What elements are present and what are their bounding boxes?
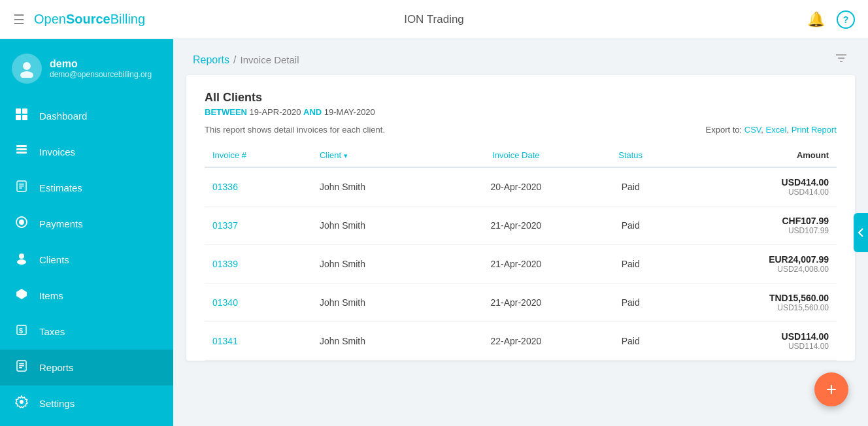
svg-point-1	[20, 71, 33, 78]
svg-rect-12	[19, 188, 22, 189]
sidebar-item-clients[interactable]: Clients	[0, 242, 173, 278]
sidebar-item-settings-label: Settings	[39, 398, 75, 409]
invoice-number[interactable]: 01340	[205, 284, 312, 322]
invoice-date: 21-Apr-2020	[444, 284, 588, 322]
svg-rect-8	[16, 152, 27, 154]
and-label: AND	[303, 107, 322, 117]
invoice-date: 20-Apr-2020	[444, 167, 588, 206]
content-area: Reports / Invoice Detail All Clients BET…	[173, 39, 868, 426]
sidebar-item-invoices[interactable]: Invoices	[0, 134, 173, 170]
breadcrumb-current: Invoice Detail	[240, 54, 299, 65]
sidebar-item-taxes[interactable]: $ Taxes	[0, 314, 173, 350]
table-row: 01340 John Smith 21-Apr-2020 Paid TND15,…	[205, 284, 837, 322]
avatar	[12, 54, 42, 84]
app-logo: OpenSourceBilling	[34, 12, 145, 27]
svg-point-16	[17, 259, 26, 265]
svg-point-25	[20, 400, 24, 404]
report-card: All Clients BETWEEN 19-APR-2020 AND 19-M…	[186, 75, 855, 361]
main-layout: demo demo@opensourcebilling.org Dashboar…	[0, 39, 868, 426]
sidebar-item-invoices-label: Invoices	[39, 146, 75, 157]
client-name: John Smith	[312, 206, 444, 245]
payments-icon	[14, 216, 29, 232]
sidebar-item-clients-label: Clients	[39, 254, 69, 265]
svg-rect-23	[19, 367, 22, 369]
client-name: John Smith	[312, 245, 444, 284]
col-header-invoice[interactable]: Invoice #	[205, 144, 312, 167]
invoice-amount: USD414.00 USD414.00	[673, 167, 837, 206]
fab-button[interactable]: +	[814, 372, 848, 406]
svg-rect-7	[16, 148, 27, 150]
sidebar: demo demo@opensourcebilling.org Dashboar…	[0, 39, 173, 426]
client-name: John Smith	[312, 322, 444, 361]
invoice-amount: TND15,560.00 USD15,560.00	[673, 284, 837, 322]
breadcrumb-separator: /	[233, 54, 236, 66]
invoices-icon	[14, 144, 29, 160]
sidebar-item-payments[interactable]: Payments	[0, 206, 173, 242]
svg-point-15	[19, 254, 24, 259]
dashboard-icon	[14, 108, 29, 124]
collapse-sidebar-tab[interactable]	[854, 213, 868, 252]
svg-point-0	[23, 62, 31, 70]
sidebar-item-items-label: Items	[39, 290, 63, 301]
sidebar-item-reports[interactable]: Reports	[0, 350, 173, 385]
sidebar-username: demo	[50, 58, 152, 70]
filter-icon[interactable]	[834, 51, 848, 69]
report-title: All Clients	[205, 91, 837, 105]
invoice-date: 22-Apr-2020	[444, 322, 588, 361]
table-row: 01341 John Smith 22-Apr-2020 Paid USD114…	[205, 322, 837, 361]
sidebar-item-estimates-label: Estimates	[39, 182, 82, 193]
settings-icon	[14, 395, 29, 412]
breadcrumb-reports[interactable]: Reports	[193, 54, 229, 66]
svg-rect-21	[19, 363, 24, 365]
menu-icon[interactable]: ☰	[13, 12, 25, 27]
sidebar-nav: Dashboard Invoices Estimates Payments	[0, 98, 173, 426]
topbar: ☰ OpenSourceBilling ION Trading 🔔 ?	[0, 0, 868, 39]
export-excel[interactable]: Excel	[766, 125, 787, 135]
sidebar-item-reports-label: Reports	[39, 362, 74, 373]
svg-rect-22	[19, 365, 24, 367]
invoice-amount: CHF107.99 USD107.99	[673, 206, 837, 245]
invoice-amount: USD114.00 USD114.00	[673, 322, 837, 361]
col-header-status[interactable]: Status	[588, 144, 673, 167]
reports-icon	[14, 359, 29, 376]
breadcrumb-bar: Reports / Invoice Detail	[173, 39, 868, 75]
export-label: Export to:	[706, 125, 743, 135]
sidebar-item-settings[interactable]: Settings	[0, 385, 173, 421]
report-description-row: This report shows detail invoices for ea…	[205, 125, 837, 135]
estimates-icon	[14, 180, 29, 196]
sidebar-item-estimates[interactable]: Estimates	[0, 170, 173, 206]
invoice-status: Paid	[588, 245, 673, 284]
notifications-icon[interactable]: 🔔	[807, 11, 825, 28]
export-print[interactable]: Print Report	[792, 125, 837, 135]
invoice-number[interactable]: 01337	[205, 206, 312, 245]
report-date-range: BETWEEN 19-APR-2020 AND 19-MAY-2020	[205, 107, 837, 117]
svg-rect-5	[22, 115, 27, 120]
svg-rect-10	[19, 184, 24, 185]
sidebar-user-info: demo demo@opensourcebilling.org	[50, 58, 152, 79]
export-csv[interactable]: CSV	[744, 125, 761, 135]
topbar-icons: 🔔 ?	[807, 10, 855, 29]
invoice-number[interactable]: 01336	[205, 167, 312, 206]
report-table: Invoice # Client ▾ Invoice Date Status A…	[205, 144, 837, 361]
col-header-client[interactable]: Client ▾	[312, 144, 444, 167]
sidebar-item-taxes-label: Taxes	[39, 326, 65, 337]
taxes-icon: $	[14, 323, 29, 340]
svg-text:$: $	[19, 327, 23, 335]
col-header-date[interactable]: Invoice Date	[444, 144, 588, 167]
sidebar-item-dashboard[interactable]: Dashboard	[0, 98, 173, 134]
svg-marker-17	[16, 289, 27, 299]
invoice-status: Paid	[588, 167, 673, 206]
svg-point-14	[19, 220, 24, 225]
sidebar-email: demo@opensourcebilling.org	[50, 70, 152, 79]
svg-rect-6	[16, 145, 27, 147]
invoice-date: 21-Apr-2020	[444, 245, 588, 284]
help-icon[interactable]: ?	[837, 10, 855, 29]
between-label: BETWEEN	[205, 107, 247, 117]
invoice-number[interactable]: 01341	[205, 322, 312, 361]
invoice-number[interactable]: 01339	[205, 245, 312, 284]
svg-point-24	[24, 367, 26, 370]
sidebar-item-dashboard-label: Dashboard	[39, 110, 87, 122]
company-name: ION Trading	[404, 13, 464, 26]
table-row: 01336 John Smith 20-Apr-2020 Paid USD414…	[205, 167, 837, 206]
sidebar-item-items[interactable]: Items	[0, 278, 173, 314]
